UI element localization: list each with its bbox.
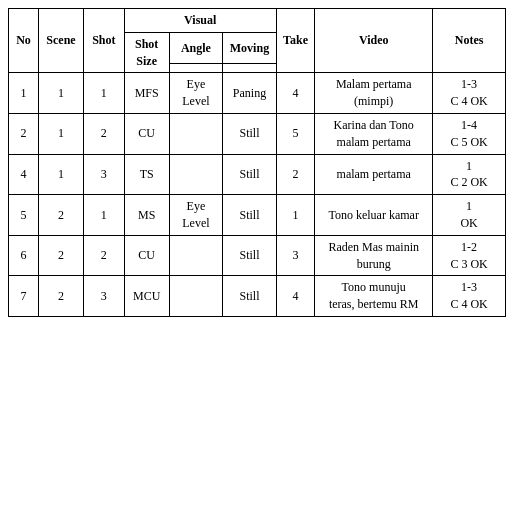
cell-take: 5 <box>276 113 315 154</box>
cell-take: 4 <box>276 276 315 317</box>
cell-shotsize: CU <box>124 113 169 154</box>
cell-video: Malam pertama(mimpi) <box>315 73 433 114</box>
cell-no: 2 <box>9 113 39 154</box>
cell-take: 1 <box>276 195 315 236</box>
cell-moving: Still <box>223 113 277 154</box>
table-row: 521MSEyeLevelStill1Tono keluar kamar1OK <box>9 195 506 236</box>
table-row: 212CUStill5Karina dan Tonomalam pertama1… <box>9 113 506 154</box>
cell-notes: 1-3C 4 OK <box>433 73 506 114</box>
col-header-shot: Shot <box>83 9 124 73</box>
cell-no: 1 <box>9 73 39 114</box>
cell-no: 7 <box>9 276 39 317</box>
table-row: 111MFSEyeLevelPaning4Malam pertama(mimpi… <box>9 73 506 114</box>
cell-shot: 1 <box>83 73 124 114</box>
cell-video: Karina dan Tonomalam pertama <box>315 113 433 154</box>
col-subheader-moving <box>223 64 277 73</box>
table-row: 622CUStill3Raden Mas maininburung1-2C 3 … <box>9 235 506 276</box>
cell-angle <box>169 113 223 154</box>
cell-scene: 1 <box>38 154 83 195</box>
cell-shotsize: TS <box>124 154 169 195</box>
cell-scene: 2 <box>38 276 83 317</box>
col-subheader-angle <box>169 64 223 73</box>
cell-angle <box>169 235 223 276</box>
cell-take: 2 <box>276 154 315 195</box>
cell-notes: 1-3C 4 OK <box>433 276 506 317</box>
cell-no: 4 <box>9 154 39 195</box>
col-header-angle: Angle <box>169 32 223 63</box>
table-row: 413TSStill2malam pertama1C 2 OK <box>9 154 506 195</box>
col-header-take: Take <box>276 9 315 73</box>
col-header-no: No <box>9 9 39 73</box>
col-header-visual: Visual <box>124 9 276 33</box>
cell-shot: 2 <box>83 113 124 154</box>
cell-scene: 1 <box>38 113 83 154</box>
col-header-shotsize: Shot Size <box>124 32 169 73</box>
cell-take: 3 <box>276 235 315 276</box>
cell-no: 5 <box>9 195 39 236</box>
cell-scene: 2 <box>38 195 83 236</box>
cell-shotsize: CU <box>124 235 169 276</box>
cell-video: Raden Mas maininburung <box>315 235 433 276</box>
cell-shot: 1 <box>83 195 124 236</box>
cell-notes: 1OK <box>433 195 506 236</box>
cell-video: malam pertama <box>315 154 433 195</box>
cell-notes: 1-2C 3 OK <box>433 235 506 276</box>
cell-moving: Paning <box>223 73 277 114</box>
cell-moving: Still <box>223 235 277 276</box>
cell-moving: Still <box>223 276 277 317</box>
cell-notes: 1-4C 5 OK <box>433 113 506 154</box>
table-row: 723MCUStill4Tono munujuteras, bertemu RM… <box>9 276 506 317</box>
cell-shot: 3 <box>83 276 124 317</box>
table-container: No Scene Shot Visual Take Video Notes Sh… <box>0 0 514 325</box>
cell-no: 6 <box>9 235 39 276</box>
col-header-video: Video <box>315 9 433 73</box>
cell-take: 4 <box>276 73 315 114</box>
col-header-moving: Moving <box>223 32 277 63</box>
cell-scene: 1 <box>38 73 83 114</box>
cell-moving: Still <box>223 154 277 195</box>
cell-video: Tono keluar kamar <box>315 195 433 236</box>
cell-video: Tono munujuteras, bertemu RM <box>315 276 433 317</box>
cell-shotsize: MFS <box>124 73 169 114</box>
col-header-scene: Scene <box>38 9 83 73</box>
cell-notes: 1C 2 OK <box>433 154 506 195</box>
cell-angle <box>169 276 223 317</box>
cell-angle <box>169 154 223 195</box>
col-header-notes: Notes <box>433 9 506 73</box>
shot-list-table: No Scene Shot Visual Take Video Notes Sh… <box>8 8 506 317</box>
cell-shot: 3 <box>83 154 124 195</box>
cell-angle: EyeLevel <box>169 73 223 114</box>
cell-shotsize: MCU <box>124 276 169 317</box>
cell-moving: Still <box>223 195 277 236</box>
cell-shotsize: MS <box>124 195 169 236</box>
cell-scene: 2 <box>38 235 83 276</box>
cell-angle: EyeLevel <box>169 195 223 236</box>
cell-shot: 2 <box>83 235 124 276</box>
